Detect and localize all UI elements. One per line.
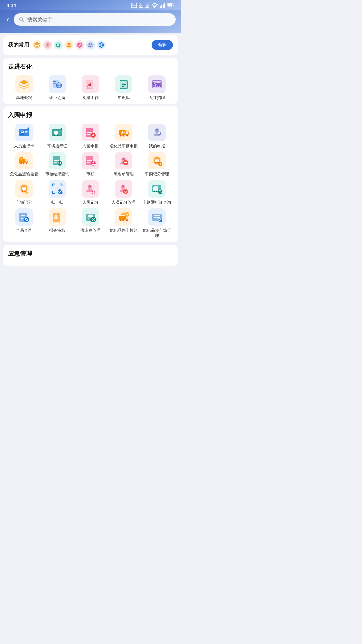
grid-label-rencaizhaopian: 人才招聘: [149, 95, 165, 100]
svg-text:监: 监: [20, 157, 23, 160]
svg-text:分: 分: [25, 191, 29, 194]
svg-point-82: [126, 135, 128, 137]
grid-item-weihuapinyunshu[interactable]: 监 危化品运输监管: [8, 152, 40, 177]
grid-label-shenhe: 审核: [86, 171, 95, 177]
svg-point-65: [54, 134, 55, 136]
grid-item-renyuanjifenguanli[interactable]: 人员记分管理: [108, 180, 140, 205]
grid-label-cheliangtongxingzhengchaxun: 车辆通行证查询: [143, 200, 171, 205]
grid-item-zhishiku[interactable]: 知识库: [108, 75, 140, 100]
svg-text:!: !: [123, 213, 124, 215]
status-time: 4:14: [7, 3, 16, 8]
svg-rect-20: [56, 44, 60, 47]
svg-rect-172: [119, 216, 126, 220]
grid-label-baobeishenhe: 报备审核: [49, 228, 65, 233]
grid-label-quanjuchaxun: 全局查询: [16, 228, 32, 233]
edit-button[interactable]: 编辑: [152, 40, 173, 50]
grid-item-quanjuchaxun[interactable]: 全局查询: [8, 208, 40, 238]
common-icon-party[interactable]: ☭: [43, 40, 52, 50]
svg-point-66: [57, 134, 58, 136]
emergency-title: 应急管理: [8, 250, 173, 258]
grid-item-heimingdan[interactable]: 黑名单管理: [108, 152, 140, 177]
svg-rect-41: [53, 81, 56, 82]
svg-rect-13: [168, 4, 172, 7]
grid-item-renyuantongxingka[interactable]: 人员通行卡: [8, 124, 40, 149]
grid-label-weihuapinyunshu: 危化品运输监管: [10, 171, 38, 177]
grid-item-rencaizhaopian[interactable]: 招聘 人才招聘: [141, 75, 173, 100]
audit-query-icon: [49, 152, 66, 169]
grid-label-ruyuanshenbao: 入园申报: [82, 143, 99, 149]
svg-point-120: [157, 162, 159, 163]
search-icon: [19, 17, 24, 22]
svg-point-149: [154, 191, 155, 192]
svg-rect-190: [158, 218, 160, 219]
grid-item-weihuapinchenliang[interactable]: 危化 危化品车辆申报: [108, 124, 140, 149]
my-report-icon: [148, 124, 166, 141]
grid-item-jidgaikuang[interactable]: 基地概况: [8, 75, 40, 100]
party-icon-box: ☭: [82, 75, 99, 93]
grid-item-shenhejieguochaxun[interactable]: 审核结果查询: [41, 152, 73, 177]
grid-label-saoyisao: 扫一扫: [51, 200, 63, 205]
grid-item-cheliangjif[interactable]: 分 车辆记分: [8, 180, 40, 205]
svg-rect-8: [161, 5, 162, 8]
supplier-icon: [82, 208, 99, 226]
grid-item-ruyuanshenbao[interactable]: 入园申报: [74, 124, 106, 149]
common-icon-people[interactable]: [86, 40, 95, 50]
entry-report-title: 入园申报: [8, 111, 173, 119]
common-icon-shield[interactable]: [75, 40, 84, 50]
common-icon-person[interactable]: [64, 40, 74, 50]
grid-item-shenhe[interactable]: 审核: [74, 152, 106, 177]
book-icon-box: [115, 75, 132, 93]
search-input[interactable]: [27, 17, 171, 22]
grid-label-weihuapintingcheyuyue: 危化品停车预约: [110, 228, 138, 233]
svg-rect-86: [158, 132, 161, 135]
grid-item-qiyezhichuang[interactable]: 企业之窗: [41, 75, 73, 100]
search-box[interactable]: [14, 13, 176, 26]
grid-item-gongyingshang[interactable]: 供应商管理: [74, 208, 106, 238]
image-icon: [131, 3, 137, 8]
status-icons: [131, 3, 174, 8]
grid-item-weihuapintingchechangguanli[interactable]: 危化品停车场管理: [141, 208, 173, 238]
person-score-icon: 分: [82, 180, 99, 198]
svg-text:分: 分: [91, 190, 96, 194]
svg-point-176: [123, 220, 124, 221]
grid-item-baobeishenhe[interactable]: 报备审核: [41, 208, 73, 238]
grid-label-zhishiku: 知识库: [118, 95, 130, 100]
person-card-icon: [15, 124, 33, 141]
grid-item-cheliangjifenguanli[interactable]: 车辆记分管理: [141, 152, 173, 177]
grid-item-dangjian[interactable]: ☭ 党建工作: [74, 75, 106, 100]
svg-point-112: [92, 162, 94, 163]
back-button[interactable]: ‹: [5, 14, 10, 25]
wifi-icon: [152, 3, 158, 8]
svg-rect-64: [54, 131, 58, 132]
svg-point-164: [55, 215, 57, 217]
grid-label-renyuantongxingka: 人员通行卡: [14, 143, 34, 149]
grid-item-cheliangtongxingzheng[interactable]: 车辆通行证: [41, 124, 73, 149]
common-icon-globe[interactable]: [97, 40, 106, 50]
common-icon-layers[interactable]: [32, 40, 42, 50]
svg-point-142: [122, 185, 124, 188]
grid-label-cheliangjif: 车辆记分: [16, 200, 32, 205]
grid-label-weihuapinchenliang: 危化品车辆申报: [110, 143, 138, 149]
layers-icon-box: [15, 75, 33, 93]
svg-point-30: [91, 43, 93, 45]
hazard-parking-mgmt-icon: [148, 208, 166, 226]
svg-text:危化: 危化: [121, 131, 127, 135]
grid-item-renyuanjif[interactable]: 分 人员记分: [74, 180, 106, 205]
car-score-icon: 分: [15, 180, 33, 198]
svg-point-139: [88, 185, 91, 188]
grid-item-cheliangtongxingzhengchaxun[interactable]: 车辆通行证查询: [141, 180, 173, 205]
svg-point-94: [23, 163, 24, 164]
global-query-icon: [15, 208, 33, 226]
walk-into-title: 走进石化: [8, 63, 173, 71]
svg-rect-55: [19, 129, 29, 136]
grid-item-saoyisao[interactable]: 扫一扫: [41, 180, 73, 205]
my-common-header: 我的常用 ☭: [8, 40, 173, 50]
svg-rect-148: [154, 186, 158, 188]
grid-item-weihuapintingcheyuyue[interactable]: ! 危化品停车预约: [108, 208, 140, 238]
svg-point-6: [154, 7, 155, 8]
common-icon-message[interactable]: [54, 40, 63, 50]
svg-text:招聘: 招聘: [152, 82, 162, 87]
grid-item-wodeshenbao[interactable]: 我的申报: [141, 124, 173, 149]
entry-report-grid: 人员通行卡 车辆通行证: [8, 124, 173, 238]
svg-point-119: [155, 162, 156, 163]
